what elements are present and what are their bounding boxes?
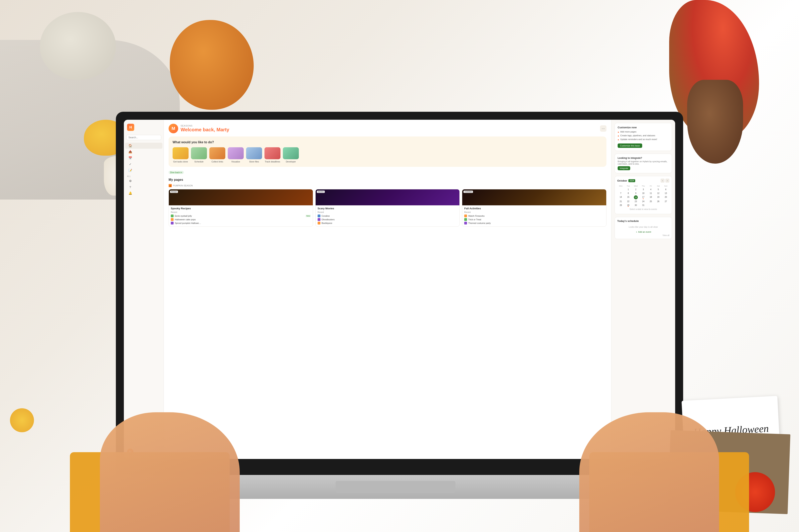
calendar-prev-button[interactable]: ‹ [660, 178, 665, 183]
item-dot-orange [464, 214, 467, 217]
user-name-highlight: Marty [217, 127, 229, 132]
cal-day-today-16[interactable]: 16 [634, 195, 638, 200]
yellow-flower [10, 408, 34, 432]
cal-day-26[interactable]: 26 [655, 200, 662, 203]
files-card-label: Store files [249, 160, 259, 163]
schedule-card: Today's schedule Looks like your day is … [615, 217, 672, 239]
hand-left [100, 412, 240, 532]
cal-day-29[interactable]: 29 [625, 204, 632, 207]
item-dot-purple [464, 222, 467, 225]
dive-section: Dive back in [168, 171, 606, 174]
cal-day-28[interactable]: 28 [617, 204, 624, 207]
list-item: Halloween cake pops [171, 218, 311, 221]
sidebar-item-calendar[interactable]: 📅 [125, 155, 162, 161]
sidebar-item-notifications[interactable]: 🔔 [125, 190, 162, 196]
page-card-spooky[interactable]: Recipe Spooky Recipes Recent Eerie eyeba… [168, 189, 313, 227]
cal-day-6[interactable]: 6 [662, 188, 669, 191]
scary-title: Scary Movies [317, 207, 458, 210]
cal-day-5[interactable]: 5 [655, 188, 662, 191]
page-cards-row: Recipe Spooky Recipes Recent Eerie eyeba… [168, 189, 606, 227]
action-card-schedule[interactable]: Schedule [191, 147, 207, 163]
cal-day-24[interactable]: 24 [640, 200, 647, 203]
hand-right [579, 412, 719, 532]
header-row: M SEASONS Welcome back, Marty ⋯ [168, 124, 606, 133]
cal-day-15[interactable]: 15 [625, 195, 632, 200]
integrate-button[interactable]: Integrate [618, 166, 630, 170]
cal-day-8[interactable]: 8 [625, 192, 632, 195]
sidebar: H 🏠 📥 📅 [124, 120, 164, 459]
cal-day-23[interactable]: 23 [632, 200, 639, 203]
action-card-deadlines[interactable]: Track deadlines [265, 147, 280, 163]
fall-thumb: Activities [462, 189, 606, 205]
cal-day-12[interactable]: 12 [655, 192, 662, 195]
cal-header-mon: Mon [617, 185, 624, 187]
cal-day-13[interactable]: 13 [662, 192, 669, 195]
cal-day-17[interactable]: 17 [640, 195, 647, 200]
cal-day-25[interactable]: 25 [647, 200, 654, 203]
cal-day-22[interactable]: 22 [625, 200, 632, 203]
add-event-button[interactable]: ＋ Add an event [617, 230, 669, 234]
sidebar-item-settings[interactable]: ⚙ [125, 178, 162, 184]
cal-header-tue: Tue [625, 185, 632, 187]
action-card-visualize[interactable]: Visualize [228, 147, 244, 163]
fall-badge: Activities [464, 191, 473, 193]
list-item: Spiced pumpkin Hallowe… [171, 221, 311, 225]
cal-day-11[interactable]: 11 [647, 192, 654, 195]
sidebar-item-inbox[interactable]: 📥 [125, 149, 162, 155]
schedule-title: Today's schedule [617, 220, 669, 223]
visualize-card-image [228, 147, 244, 159]
cal-day-31[interactable]: 31 [640, 204, 647, 207]
cal-day-18[interactable]: 18 [647, 195, 654, 200]
calendar-select-text: Select a date to view its events [617, 207, 669, 211]
cal-day-20[interactable]: 20 [662, 195, 669, 200]
orange-pumpkin [170, 20, 254, 110]
action-card-files[interactable]: Store files [246, 147, 262, 163]
cal-day-30[interactable]: 30 [632, 204, 639, 207]
customize-dot-icon: ● [618, 134, 619, 137]
page-card-scary[interactable]: Movies Scary Movies Recent Coraline [315, 189, 460, 227]
sidebar-item-tasks[interactable]: ✓ [125, 161, 162, 167]
customize-button[interactable]: Customize this base [618, 144, 642, 148]
cal-day-empty-2 [647, 204, 654, 207]
page-card-fall[interactable]: Activities Fall Activities Recent Watch … [462, 189, 606, 227]
item-label: Themed costume party [468, 222, 491, 224]
vase [687, 80, 743, 164]
cal-day-2[interactable]: 2 [632, 188, 639, 191]
what-section: What would you like to do? Get tasks don… [168, 136, 606, 167]
cal-day-4[interactable]: 4 [647, 188, 654, 191]
action-card-developer[interactable]: Developer [283, 147, 299, 163]
list-item: Trick or Treat [464, 218, 604, 221]
cal-header-fri: Fri [647, 185, 654, 187]
cal-day-27[interactable]: 27 [662, 200, 669, 203]
cal-day-empty-4 [662, 204, 669, 207]
cal-day-9[interactable]: 9 [632, 192, 639, 195]
action-card-tasks[interactable]: Get tasks done [172, 147, 188, 163]
cal-day-19[interactable]: 19 [655, 195, 662, 200]
view-all-link[interactable]: View all [617, 234, 669, 236]
cal-day-1[interactable]: 1 [625, 188, 632, 191]
deadlines-card-image [265, 147, 280, 159]
sidebar-item-help[interactable]: ? [125, 184, 162, 190]
list-item: Watch Fireworks [464, 214, 604, 218]
cal-day-21[interactable]: 21 [617, 200, 624, 203]
customize-text-3: Update reminders and so much more! [620, 138, 657, 140]
item-label: Trick or Treat [468, 218, 481, 221]
scary-body: Scary Movies Recent Coraline Ghostbuster… [315, 205, 460, 227]
action-card-links[interactable]: Collect links [209, 147, 225, 163]
calendar-next-button[interactable]: › [665, 178, 669, 183]
search-input[interactable] [126, 135, 161, 140]
cal-day-7[interactable]: 7 [617, 192, 624, 195]
header-menu-button[interactable]: ⋯ [600, 125, 606, 132]
fall-title: Fall Activities [464, 207, 604, 210]
sidebar-item-home[interactable]: 🏠 [125, 143, 162, 149]
tasks-card-label: Get tasks done [173, 160, 188, 163]
calendar-month: October [617, 179, 627, 182]
app-container: H 🏠 📥 📅 [124, 120, 675, 459]
item-dot-orange [171, 218, 174, 221]
cal-day-3[interactable]: 3 [640, 188, 647, 191]
integrate-title: Looking to integrate? [618, 157, 669, 159]
cal-day-14[interactable]: 14 [617, 195, 624, 200]
sidebar-item-notes[interactable]: 📝 [125, 167, 162, 173]
calendar-header: October 2024 ‹ › [617, 178, 669, 183]
cal-day-10[interactable]: 10 [640, 192, 647, 195]
